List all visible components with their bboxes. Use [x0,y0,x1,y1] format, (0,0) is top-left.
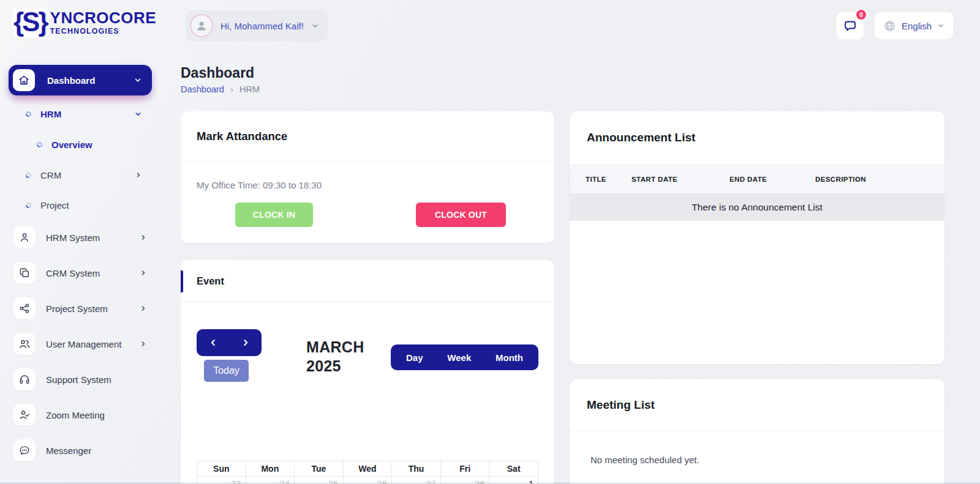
chevron-right-icon [140,269,147,277]
brand-subtitle: TECHNOLOGIES [50,28,157,35]
sidebar-item-support-system[interactable]: Support System [13,368,147,390]
sidebar-item-hrm[interactable]: HRM [26,107,142,121]
sidebar-item-label: CRM System [46,268,100,278]
message-icon [843,18,858,33]
announcement-list-card: Announcement List TITLE START DATE END D… [570,111,944,364]
chevron-down-icon [134,110,142,118]
duplicate-icon [13,262,36,284]
event-card: Event Today MARCH 2025 Day Week Month [181,260,554,484]
sidebar-item-label: Overview [51,140,92,150]
breadcrumb-link-dashboard[interactable]: Dashboard [181,84,224,94]
globe-icon [883,20,896,32]
calendar-day-header: Thu [392,461,441,477]
view-day-button[interactable]: Day [406,352,423,363]
sidebar-item-label: Zoom Meeting [46,410,105,420]
calendar-nav-group [197,329,262,356]
calendar-day-cell[interactable]: 27 [392,477,441,484]
sidebar: Dashboard HRM Overview CRM Project [0,58,172,484]
sidebar-item-label: Project [40,200,69,210]
calendar-today-button[interactable]: Today [204,360,249,382]
breadcrumb-current: HRM [239,84,260,94]
breadcrumb: Dashboard › HRM [181,84,260,94]
bullet-ring-icon [24,110,32,118]
view-month-button[interactable]: Month [496,352,523,363]
sidebar-item-crm-system[interactable]: CRM System [13,262,147,284]
sidebar-item-project[interactable]: Project [26,198,142,212]
chevron-right-icon [135,171,142,179]
breadcrumb-separator: › [230,84,233,94]
calendar-day-cell[interactable]: 28 [440,477,489,484]
language-label: English [902,21,932,31]
calendar-day-header: Mon [246,461,295,477]
sidebar-item-label: Messenger [46,445,91,456]
sidebar-item-label: User Management [46,339,121,349]
sidebar-item-label: Dashboard [47,75,95,86]
home-icon [13,69,35,91]
sidebar-item-user-management[interactable]: User Management [13,333,147,355]
calendar-day-header: Tue [295,461,344,477]
chevron-right-icon [140,234,147,241]
sidebar-item-dashboard[interactable]: Dashboard [9,65,152,95]
calendar-prev-button[interactable] [206,336,220,349]
calendar-day-header: Sun [197,461,246,477]
sidebar-item-label: Project System [46,303,108,314]
sidebar-item-label: HRM [40,109,61,119]
bullet-ring-icon [24,171,32,179]
clock-out-button[interactable]: CLOCK OUT [416,203,506,227]
sidebar-item-overview[interactable]: Overview [37,138,142,151]
person-icon [194,18,209,33]
user-avatar [190,14,213,37]
calendar-day-header: Fri [440,461,489,477]
accent-bar [181,270,183,292]
sidebar-item-label: CRM [40,170,61,181]
clock-in-button[interactable]: CLOCK IN [235,203,313,227]
view-week-button[interactable]: Week [447,352,471,363]
sidebar-item-zoom-meeting[interactable]: Zoom Meeting [13,404,147,426]
sidebar-item-crm[interactable]: CRM [26,168,142,182]
chevron-down-icon [134,76,142,84]
brand-mark: {S} [12,7,50,38]
column-header-start-date: START DATE [631,176,729,183]
calendar-day-header: Wed [343,461,392,477]
calendar-day-header: Sat [489,461,538,477]
sidebar-item-hrm-system[interactable]: HRM System [13,226,147,248]
column-header-end-date: END DATE [729,176,815,183]
calendar-day-cell[interactable]: 25 [295,477,344,484]
announcement-table-header: TITLE START DATE END DATE DESCRIPTION [570,164,944,193]
sidebar-item-project-system[interactable]: Project System [13,297,147,319]
calendar-view-switcher: Day Week Month [391,344,538,370]
calendar-grid: Sun Mon Tue Wed Thu Fri Sat 23 24 25 26 [197,461,538,484]
column-header-description: DESCRIPTION [815,176,944,183]
sidebar-item-label: Support System [46,374,111,385]
language-selector[interactable]: English [875,12,953,39]
meeting-list-card: Meeting List No meeting scheduled yet. [570,379,944,484]
brand-logo[interactable]: {S} YNCROCORE TECHNOLOGIES [12,7,156,38]
calendar-day-cell[interactable]: 26 [343,477,392,484]
sidebar-item-label: HRM System [46,233,100,243]
calendar-day-cell[interactable]: 23 [197,477,246,484]
announcement-empty-message: There is no Announcement List [570,193,944,221]
sidebar-item-messenger[interactable]: Messenger [13,439,147,461]
calendar-month-label: MARCH 2025 [306,338,386,375]
bullet-ring-icon [36,141,43,149]
calendar-day-cell[interactable]: 24 [246,477,295,484]
chevron-right-icon [140,340,147,348]
user-menu[interactable]: Hi, Mohammed Kaif! [186,10,328,41]
meeting-empty-message: No meeting scheduled yet. [590,455,944,465]
chevron-down-icon [937,22,944,29]
bullet-ring-icon [24,201,32,209]
page-title: Dashboard [181,65,254,81]
person-icon [13,226,36,248]
person-check-icon [13,404,36,426]
attendance-card-title: Mark Attandance [197,130,287,143]
calendar-day-cell[interactable]: 1 [489,477,538,484]
calendar-next-button[interactable] [239,336,252,349]
chat-bubble-icon [13,439,36,461]
announcement-card-title: Announcement List [587,131,695,144]
brand-name: YNCROCORE [50,10,157,26]
mark-attendance-card: Mark Attandance My Office Time: 09:30 to… [181,111,554,243]
notifications-button[interactable]: 0 [837,12,864,39]
meeting-card-title: Meeting List [587,398,655,412]
column-header-title: TITLE [570,176,631,183]
user-greeting: Hi, Mohammed Kaif! [221,21,304,31]
